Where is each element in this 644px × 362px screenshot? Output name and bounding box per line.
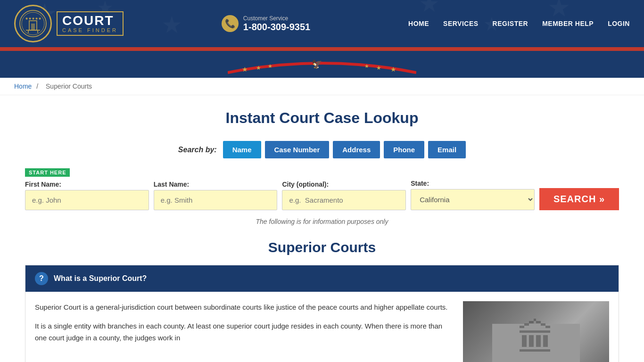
breadcrumb-separator: /	[36, 82, 38, 90]
svg-text:★: ★	[256, 65, 261, 71]
last-name-group: Last Name:	[154, 181, 278, 210]
search-by-label: Search by:	[178, 146, 217, 154]
svg-text:★: ★	[364, 63, 369, 69]
faq-header: ? What is a Superior Court?	[25, 265, 619, 292]
logo-court-label: COURT	[62, 14, 118, 27]
superior-courts-title: Superior Courts	[25, 239, 619, 255]
faq-box: ? What is a Superior Court? Superior Cou…	[25, 265, 619, 362]
logo-case-finder-label: CASE FINDER	[62, 27, 118, 33]
main-nav: HOME SERVICES REGISTER MEMBER HELP LOGIN	[408, 20, 630, 27]
search-by-row: Search by: Name Case Number Address Phon…	[25, 141, 619, 158]
court-building-visual	[463, 301, 609, 362]
nav-home[interactable]: HOME	[408, 20, 429, 27]
logo-text: COURT CASE FINDER	[57, 11, 124, 36]
breadcrumb: Home / Superior Courts	[0, 78, 644, 95]
tab-phone[interactable]: Phone	[384, 141, 424, 158]
first-name-group: First Name:	[25, 181, 149, 210]
faq-paragraph-2: It is a single entity with branches in e…	[35, 320, 454, 344]
search-button[interactable]: SEARCH »	[539, 188, 619, 210]
state-group: State: AlabamaAlaskaArizonaArkansasCalif…	[411, 180, 535, 210]
svg-rect-10	[31, 24, 35, 30]
red-accent-banner	[0, 47, 644, 51]
logo-badge: ★★★★★	[14, 5, 52, 42]
start-here-badge: START HERE	[25, 168, 70, 177]
site-header: ★ ★ ★ ★ ★ ★ ★★★★★ COURT CASE FINDER	[0, 0, 644, 47]
eagle-banner: ★ ★ ★ ★ ★ ★ ⬥ 🦅	[0, 51, 644, 78]
main-content: Instant Court Case Lookup Search by: Nam…	[16, 95, 628, 362]
logo-area: ★★★★★ COURT CASE FINDER	[14, 5, 124, 42]
tab-case-number[interactable]: Case Number	[265, 141, 330, 158]
city-group: City (optional):	[282, 181, 406, 210]
phone-icon: 📞	[222, 15, 239, 32]
nav-services[interactable]: SERVICES	[443, 20, 479, 27]
city-label: City (optional):	[282, 181, 406, 188]
faq-paragraph-1: Superior Court is a general-jurisdiction…	[35, 301, 454, 313]
tab-address[interactable]: Address	[333, 141, 380, 158]
faq-body: Superior Court is a general-jurisdiction…	[25, 292, 619, 362]
svg-text:★: ★	[390, 66, 396, 73]
search-section: Search by: Name Case Number Address Phon…	[25, 141, 619, 225]
page-title: Instant Court Case Lookup	[25, 109, 619, 127]
search-form-row: First Name: Last Name: City (optional): …	[25, 180, 619, 210]
tab-email[interactable]: Email	[428, 141, 466, 158]
svg-text:🦅: 🦅	[312, 59, 322, 69]
first-name-input[interactable]	[25, 190, 149, 210]
svg-text:★: ★	[376, 65, 381, 71]
customer-service-phone: 1-800-309-9351	[243, 22, 310, 32]
svg-text:★: ★	[242, 66, 248, 73]
svg-text:★: ★	[161, 12, 182, 38]
svg-text:★: ★	[268, 63, 272, 69]
customer-service: 📞 Customer Service 1-800-309-9351	[222, 15, 310, 33]
first-name-label: First Name:	[25, 181, 149, 188]
nav-register[interactable]: REGISTER	[493, 20, 528, 27]
tab-name[interactable]: Name	[223, 141, 261, 158]
svg-text:★: ★	[419, 0, 440, 17]
state-select[interactable]: AlabamaAlaskaArizonaArkansasCaliforniaCo…	[411, 189, 535, 210]
breadcrumb-home-link[interactable]: Home	[14, 82, 32, 90]
faq-text: Superior Court is a general-jurisdiction…	[35, 301, 454, 362]
city-input[interactable]	[282, 190, 406, 210]
info-note: The following is for information purpose…	[25, 218, 619, 225]
svg-text:★★★★★: ★★★★★	[25, 16, 41, 21]
customer-service-info: Customer Service 1-800-309-9351	[243, 15, 310, 33]
faq-court-image	[463, 301, 609, 362]
nav-member-help[interactable]: MEMBER HELP	[542, 20, 594, 27]
last-name-input[interactable]	[154, 190, 278, 210]
logo-box: COURT CASE FINDER	[57, 11, 124, 36]
state-label: State:	[411, 180, 535, 187]
faq-header-text: What is a Superior Court?	[54, 274, 147, 283]
faq-question-icon: ?	[35, 272, 48, 285]
nav-login[interactable]: LOGIN	[608, 20, 630, 27]
customer-service-label: Customer Service	[243, 15, 310, 22]
last-name-label: Last Name:	[154, 181, 278, 188]
svg-text:★: ★	[547, 0, 570, 22]
breadcrumb-current: Superior Courts	[46, 82, 92, 90]
